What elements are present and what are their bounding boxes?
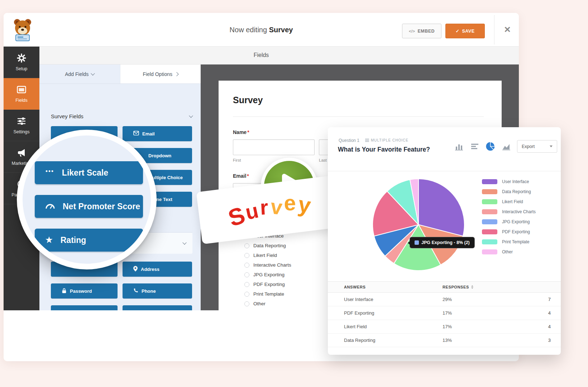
field-button-net-promoter-score-zoomed[interactable]: Net Promoter Score xyxy=(35,195,143,218)
code-icon: </> xyxy=(409,29,415,33)
field-button-label: Dropdown xyxy=(148,153,171,158)
embed-label: EMBED xyxy=(417,29,435,34)
pct-cell: 29% xyxy=(443,297,529,302)
pct-cell: 17% xyxy=(443,324,529,329)
legend-item[interactable]: Other xyxy=(482,247,536,257)
legend-item[interactable]: Interactive Charts xyxy=(482,207,536,217)
list-icon xyxy=(365,139,369,142)
option-label: Interactive Charts xyxy=(253,262,291,268)
caret-down-icon xyxy=(550,145,553,147)
answer-cell: Likert Field xyxy=(344,324,443,329)
lock-icon xyxy=(62,288,67,295)
radio-icon[interactable] xyxy=(244,292,249,297)
tooltip-label: JPG Exporting - 8% (2) xyxy=(421,240,470,245)
legend-swatch xyxy=(482,239,497,244)
field-button-phone[interactable]: Phone xyxy=(123,283,192,298)
radio-option-print-template[interactable]: Print Template xyxy=(244,291,284,297)
sort-icon[interactable] xyxy=(471,285,473,289)
answer-cell: PDF Exporting xyxy=(344,310,443,316)
export-dropdown[interactable]: Export xyxy=(517,140,557,153)
legend-label: JPG Exporting xyxy=(502,219,530,224)
pct-cell: 13% xyxy=(443,338,529,343)
fields-panel-tabs: Add Fields Field Options xyxy=(39,64,201,84)
radio-icon[interactable] xyxy=(244,243,249,248)
option-label: Other xyxy=(253,301,266,306)
email-label-text: Email xyxy=(233,173,246,179)
legend-swatch xyxy=(482,229,497,234)
legend-swatch xyxy=(482,219,497,224)
radio-option-other[interactable]: Other xyxy=(244,301,266,306)
form-title: Survey xyxy=(233,95,263,105)
sidebar-item-fields[interactable]: Fields xyxy=(4,78,39,110)
tab-add-fields[interactable]: Add Fields xyxy=(39,64,120,83)
legend-item[interactable]: Likert Field xyxy=(482,197,536,207)
card-divider xyxy=(328,171,561,171)
radio-icon[interactable] xyxy=(244,272,249,277)
sliders-icon xyxy=(17,116,26,127)
tooltip-swatch xyxy=(415,240,419,245)
pie-chart-view-icon[interactable] xyxy=(486,142,495,151)
field-button-email[interactable]: Email xyxy=(123,126,192,141)
count-cell: 3 xyxy=(529,338,561,343)
radio-icon[interactable] xyxy=(244,282,249,287)
table-row[interactable]: Likert Field 17% 4 xyxy=(328,320,561,334)
radio-option-interactive-charts[interactable]: Interactive Charts xyxy=(244,262,291,268)
field-button-rating-zoomed[interactable]: ★ Rating xyxy=(35,229,143,252)
survey-fields-section-header[interactable]: Survey Fields xyxy=(51,113,192,119)
bar-chart-view-icon[interactable] xyxy=(454,142,464,151)
field-button-label: Phone xyxy=(142,288,156,294)
chart-legend: User Interface Data Reporting Likert Fie… xyxy=(482,177,536,257)
sidebar-item-setup[interactable]: Setup xyxy=(4,47,39,78)
field-button-likert-scale-zoomed[interactable]: ••• Likert Scale xyxy=(35,161,143,184)
close-icon: × xyxy=(504,23,511,35)
answers-table: ANSWERS RESPONSES User Interface 29% 7 P… xyxy=(328,281,561,347)
legend-item[interactable]: PDF Exporting xyxy=(482,227,536,237)
legend-item[interactable]: Data Reporting xyxy=(482,187,536,197)
embed-button[interactable]: </> EMBED xyxy=(402,24,441,38)
close-button[interactable]: × xyxy=(500,22,515,37)
answers-column-header: ANSWERS xyxy=(344,285,443,289)
legend-item[interactable]: Print Template xyxy=(482,237,536,247)
field-button-password[interactable]: Password xyxy=(51,283,118,298)
legend-label: PDF Exporting xyxy=(502,229,530,234)
legend-item[interactable]: JPG Exporting xyxy=(482,217,536,227)
first-name-input[interactable] xyxy=(233,139,315,155)
fields-header-label: Fields xyxy=(254,52,269,58)
radio-icon[interactable] xyxy=(244,301,249,306)
row-chart-view-icon[interactable] xyxy=(470,142,479,151)
save-button[interactable]: ✓ SAVE xyxy=(445,24,485,38)
phone-icon xyxy=(133,288,138,294)
radio-option-likert-field[interactable]: Likert Field xyxy=(244,253,277,258)
count-cell: 4 xyxy=(529,324,561,329)
table-row[interactable]: Data Reporting 13% 3 xyxy=(328,334,561,347)
sidebar-label-fields: Fields xyxy=(15,98,27,103)
table-row[interactable]: PDF Exporting 17% 4 xyxy=(328,306,561,320)
question-ref: Question 1 xyxy=(339,138,359,143)
tab-add-fields-label: Add Fields xyxy=(65,71,89,77)
legend-swatch xyxy=(482,199,497,204)
field-button-hidden-7[interactable] xyxy=(123,305,192,310)
radio-option-pdf-exporting[interactable]: PDF Exporting xyxy=(244,282,285,287)
sidebar-label-settings: Settings xyxy=(13,129,29,134)
count-cell: 4 xyxy=(529,310,561,316)
option-label: Data Reporting xyxy=(253,243,286,248)
tab-field-options-label: Field Options xyxy=(143,71,172,77)
radio-icon[interactable] xyxy=(244,253,249,258)
table-row[interactable]: User Interface 29% 7 xyxy=(328,293,561,306)
page: Now editing Survey </> EMBED ✓ SAVE × xyxy=(0,0,588,387)
field-button-address[interactable]: Address xyxy=(123,262,192,277)
radio-option-data-reporting[interactable]: Data Reporting xyxy=(244,243,286,248)
legend-label: Other xyxy=(502,249,513,254)
wordart-letter: r xyxy=(259,195,269,219)
legend-label: Data Reporting xyxy=(502,189,531,194)
sidebar-item-settings[interactable]: Settings xyxy=(4,110,39,141)
pct-cell: 17% xyxy=(443,310,529,316)
field-button-hidden-6[interactable] xyxy=(51,305,118,310)
tab-field-options[interactable]: Field Options xyxy=(120,64,201,83)
legend-item[interactable]: User Interface xyxy=(482,177,536,187)
radio-option-jpg-exporting[interactable]: JPG Exporting xyxy=(244,272,285,277)
area-chart-view-icon[interactable] xyxy=(501,142,511,151)
field-button-label: Password xyxy=(70,288,92,294)
radio-icon[interactable] xyxy=(244,263,249,268)
sidebar-label-setup: Setup xyxy=(16,66,28,71)
